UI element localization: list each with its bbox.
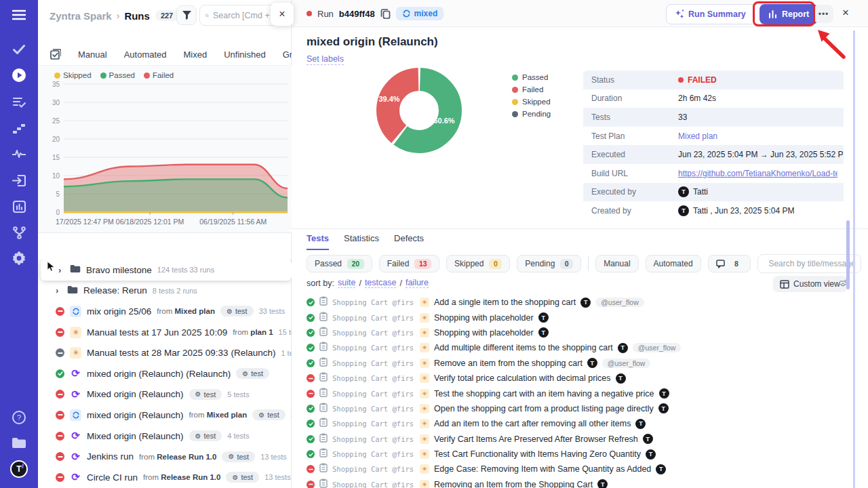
run-list-item[interactable]: ›Bravo milestone124 tests 33 runs	[41, 260, 292, 281]
select-runs-icon[interactable]	[50, 49, 61, 60]
tab-mixed[interactable]: Mixed	[184, 49, 208, 60]
status-passed-icon	[307, 435, 315, 443]
run-list-item[interactable]: ✳Manual tests at 17 Jun 2025 10:09from p…	[38, 322, 292, 343]
copy-icon[interactable]	[380, 8, 391, 19]
test-row[interactable]: Shopping Cart @firs...✳Verify total pric…	[292, 371, 854, 386]
help-icon[interactable]: ?	[0, 409, 38, 426]
tests-list: Shopping Cart @firs...✳Add a single item…	[292, 295, 854, 488]
settings-gear-icon[interactable]	[0, 250, 38, 266]
run-list-item[interactable]: ›Release: Rerun8 tests 2 runs	[38, 281, 292, 302]
sign-in-icon[interactable]	[0, 172, 38, 188]
breadcrumb-page[interactable]: Runs	[124, 10, 150, 22]
detail-row-executed: ExecutedJun 23, 2025 5:04 PM → Jun 23, 2…	[583, 145, 844, 164]
custom-view-button[interactable]: Custom view	[773, 276, 847, 292]
test-row[interactable]: Shopping Cart @firs...✳Shopping with pla…	[292, 325, 854, 340]
check-icon[interactable]	[0, 41, 38, 58]
test-row[interactable]: Shopping Cart @firs...✳Shopping with pla…	[292, 310, 854, 325]
section-divider	[292, 228, 868, 229]
run-list-item[interactable]: mix origin 25/06from Mixed plan⚙test33 t…	[38, 301, 292, 322]
run-from-plan: from Mixed plan	[189, 411, 248, 419]
set-labels-link[interactable]: Set labels	[307, 54, 344, 65]
manual-test-icon: ✳	[420, 298, 429, 307]
test-tag-pill: ⚙test	[222, 451, 255, 462]
filter-skipped[interactable]: Skipped0	[446, 255, 510, 272]
clipboard-icon	[319, 357, 328, 369]
run-list-item[interactable]: mixed origin (Relaunch)from Mixed plan⚙t…	[38, 405, 292, 426]
status-failed-icon	[56, 307, 64, 316]
tab-defects[interactable]: Defects	[394, 233, 424, 250]
filter-comments[interactable]: 8	[708, 255, 751, 272]
play-circle-icon[interactable]	[0, 67, 38, 83]
run-meta: 4 tests	[227, 432, 249, 440]
sort-by-testcase[interactable]: testcase	[365, 278, 397, 288]
sort-by-failure[interactable]: failure	[406, 278, 429, 288]
test-title: Test the shopping cart with an item havi…	[434, 389, 654, 399]
filter-manual[interactable]: Manual	[595, 255, 638, 272]
sort-by-suite[interactable]: suite	[338, 278, 355, 288]
test-row[interactable]: Shopping Cart @firs...✳Test Cart Functio…	[292, 447, 854, 462]
manual-test-icon: ✳	[420, 404, 429, 413]
test-list-icon[interactable]	[0, 94, 38, 110]
test-suite-name: Shopping Cart @firs...	[332, 298, 415, 306]
run-list-item[interactable]: ⟳Circle CI runfrom Release Run 1.0⚙test1…	[38, 467, 292, 488]
run-from-plan: from plan 1	[233, 328, 273, 336]
test-row[interactable]: Shopping Cart @firs...✳Add multiple diff…	[292, 340, 854, 355]
filter-button[interactable]	[176, 5, 197, 25]
user-avatar[interactable]: T	[0, 460, 38, 479]
test-row[interactable]: Shopping Cart @firs...✳Test the shopping…	[292, 386, 854, 401]
branches-icon[interactable]	[0, 224, 38, 241]
run-list-item[interactable]: ⟳Mixed origin (Relaunch)⚙test4 tests	[38, 426, 292, 447]
close-panel-button[interactable]: ×	[271, 3, 294, 26]
menu-icon[interactable]	[0, 7, 38, 23]
detail-value[interactable]: Mixed plan	[678, 131, 717, 141]
scrollbar-thumb[interactable]	[846, 220, 850, 289]
chevron-right-icon[interactable]: ›	[58, 265, 64, 275]
filter-automated[interactable]: Automated	[646, 255, 701, 272]
legend-dot	[512, 75, 518, 81]
test-row[interactable]: Shopping Cart @firs...✳Add an item to th…	[292, 416, 854, 431]
projects-folder-icon[interactable]	[0, 434, 38, 451]
test-suite-name: Shopping Cart @firs...	[332, 405, 415, 413]
tab-statistics[interactable]: Statistics	[344, 233, 379, 250]
svg-text:10: 10	[52, 172, 60, 180]
tab-manual[interactable]: Manual	[78, 49, 107, 60]
filter-pending[interactable]: Pending0	[517, 255, 581, 272]
clipboard-icon	[319, 327, 328, 339]
detail-value[interactable]: https://github.com/TetianaKhomenko/Load-…	[678, 169, 837, 178]
manual-test-icon: ✳	[420, 464, 429, 474]
pulse-icon[interactable]	[0, 146, 38, 162]
manual-test-icon: ✳	[420, 449, 429, 459]
test-row[interactable]: Shopping Cart @firs...✳Verify Cart Items…	[292, 432, 854, 447]
close-run-button[interactable]: ×	[838, 6, 853, 20]
test-row[interactable]: Shopping Cart @firs...✳Edge Case: Removi…	[292, 462, 854, 476]
analytics-icon[interactable]	[0, 199, 38, 215]
test-row[interactable]: Shopping Cart @firs...✳Removing an Item …	[292, 477, 854, 488]
run-list-item[interactable]: ✳Manual tests at 28 Mar 2025 09:33 (Rela…	[38, 342, 292, 363]
legend-item-skipped: Skipped	[54, 71, 92, 79]
more-actions-button[interactable]: •••	[814, 5, 833, 23]
test-row[interactable]: Shopping Cart @firs...✳Remove an item fr…	[292, 356, 854, 371]
left-tabs: ManualAutomatedMixedUnfinishedGroups	[50, 45, 311, 64]
burst-run-icon: ✳	[70, 327, 81, 338]
detail-label: Build URL	[583, 169, 678, 178]
tab-automated[interactable]: Automated	[124, 49, 167, 60]
steps-icon[interactable]	[0, 120, 38, 136]
scrollbar-track[interactable]	[853, 30, 855, 488]
test-title: Add multiple different items to the shop…	[434, 343, 613, 352]
run-list-item[interactable]: ⟳Jenkins runfrom Release Run 1.0⚙test13 …	[38, 446, 292, 467]
test-tag-pill: ⚙test	[189, 389, 222, 400]
chevron-right-icon[interactable]: ›	[56, 285, 62, 296]
run-list-item[interactable]: ⟳mixed origin (Relaunch) (Relaunch)⚙test	[38, 363, 292, 384]
filter-failed[interactable]: Failed13	[379, 255, 439, 272]
filter-passed[interactable]: Passed20	[307, 255, 372, 272]
run-list-item[interactable]: ⟳Mixed origin (Relaunch)⚙test5 tests	[38, 384, 292, 405]
tab-unfinished[interactable]: Unfinished	[224, 49, 265, 60]
test-row[interactable]: Shopping Cart @firs...✳Add a single item…	[292, 295, 854, 310]
report-button[interactable]: Report	[760, 4, 818, 24]
run-name: Mixed origin (Relaunch)	[87, 389, 184, 399]
tab-tests[interactable]: Tests	[307, 233, 329, 250]
breadcrumb-project[interactable]: Zyntra Spark	[50, 10, 112, 22]
manual-test-icon: ✳	[420, 389, 429, 399]
test-row[interactable]: Shopping Cart @firs...✳Open the shopping…	[292, 401, 854, 416]
comment-count: 8	[730, 259, 743, 269]
